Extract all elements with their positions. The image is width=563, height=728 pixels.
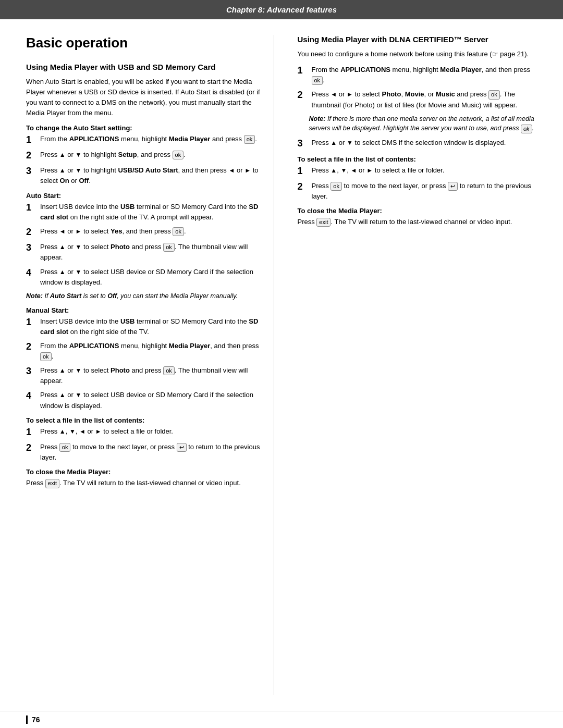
left-close-media-text: Press exit. The TV will return to the la…: [26, 478, 266, 488]
list-item: 3 Press ▲ or ▼ to highlight USB/SD Auto …: [26, 165, 266, 186]
step-number: 1: [298, 65, 309, 77]
step-number: 3: [298, 138, 309, 150]
right-column: Using Media Player with DLNA CERTIFIED™ …: [290, 35, 537, 695]
right-steps-list: 1 From the APPLICATIONS menu, highlight …: [298, 65, 537, 110]
step-number: 3: [26, 242, 38, 254]
step-content: From the APPLICATIONS menu, highlight Me…: [40, 134, 266, 144]
step-number: 4: [26, 267, 38, 279]
list-item: 4 Press ▲ or ▼ to select USB device or S…: [26, 390, 266, 411]
left-intro-text: When Auto Start is enabled, you will be …: [26, 77, 266, 119]
list-item: 4 Press ▲ or ▼ to select USB device or S…: [26, 267, 266, 288]
list-item: 2 Press ▲ or ▼ to highlight Setup, and p…: [26, 150, 266, 162]
content-area: Basic operation Using Media Player with …: [0, 19, 563, 711]
step-content: Press ▲, ▼, ◄ or ► to select a file or f…: [40, 426, 266, 437]
left-select-file-list: 1 Press ▲, ▼, ◄ or ► to select a file or…: [26, 426, 266, 463]
step-content: Press ▲ or ▼ to select USB device or SD …: [40, 267, 266, 288]
right-select-file-list: 1 Press ▲, ▼, ◄ or ► to select a file or…: [298, 165, 537, 202]
header-title: Chapter 8: Advanced features: [226, 5, 337, 14]
step-number: 3: [26, 365, 38, 377]
footer: 76: [0, 711, 563, 728]
right-step3-list: 3 Press ▲ or ▼ to select DMS if the sele…: [298, 138, 537, 150]
left-column: Basic operation Using Media Player with …: [26, 35, 274, 695]
step-content: From the APPLICATIONS menu, highlight Me…: [40, 341, 266, 362]
list-item: 1 Insert USB device into the USB termina…: [26, 202, 266, 223]
step-content: Insert USB device into the USB terminal …: [40, 316, 266, 337]
auto-start-list-2: 1 Insert USB device into the USB termina…: [26, 202, 266, 288]
note-auto-start: Note: If Auto Start is set to Off, you c…: [26, 291, 266, 301]
list-item: 1 Insert USB device into the USB termina…: [26, 316, 266, 337]
right-close-media-text: Press exit. The TV will return to the la…: [298, 217, 537, 227]
step-content: Insert USB device into the USB terminal …: [40, 202, 266, 223]
auto-start-label: Auto Start:: [26, 192, 266, 200]
step-number: 2: [26, 150, 38, 162]
left-close-media-heading: To close the Media Player:: [26, 468, 266, 476]
auto-start-change-list: 1 From the APPLICATIONS menu, highlight …: [26, 134, 266, 187]
step-content: From the APPLICATIONS menu, highlight Me…: [312, 65, 537, 85]
step-number: 4: [26, 390, 38, 402]
list-item: 2 Press ok to move to the next layer, or…: [26, 442, 266, 463]
list-item: 1 From the APPLICATIONS menu, highlight …: [298, 65, 537, 85]
right-section-title: Using Media Player with DLNA CERTIFIED™ …: [298, 35, 537, 44]
left-section-title: Using Media Player with USB and SD Memor…: [26, 63, 266, 71]
note-network: Note: If there is more than one media se…: [309, 114, 537, 134]
step-number: 3: [26, 165, 38, 177]
list-item: 2 Press ok to move to the next layer, or…: [298, 181, 537, 202]
step-content: Press ▲ or ▼ to select Photo and press o…: [40, 365, 266, 386]
step-content: Press ◄ or ► to select Photo, Movie, or …: [312, 89, 537, 110]
step-number: 2: [298, 89, 309, 101]
header-bar: Chapter 8: Advanced features: [0, 0, 563, 19]
manual-start-label: Manual Start:: [26, 306, 266, 314]
step-content: Press ▲ or ▼ to select Photo and press o…: [40, 242, 266, 263]
step-content: Press ▲ or ▼ to select DMS if the select…: [312, 138, 537, 148]
step-content: Press ok to move to the next layer, or p…: [312, 181, 537, 202]
page-number: 76: [26, 715, 40, 724]
list-item: 3 Press ▲ or ▼ to select DMS if the sele…: [298, 138, 537, 150]
step-content: Press ▲, ▼, ◄ or ► to select a file or f…: [312, 165, 537, 176]
left-select-file-heading: To select a file in the list of contents…: [26, 416, 266, 424]
step-number: 1: [26, 134, 38, 146]
list-item: 3 Press ▲ or ▼ to select Photo and press…: [26, 365, 266, 386]
step-content: Press ▲ or ▼ to select USB device or SD …: [40, 390, 266, 411]
list-item: 2 Press ◄ or ► to select Photo, Movie, o…: [298, 89, 537, 110]
right-intro-text: You need to configure a home network bef…: [298, 49, 537, 59]
step-number: 2: [26, 442, 38, 454]
step-content: Press ▲ or ▼ to highlight Setup, and pre…: [40, 150, 266, 160]
step-number: 1: [26, 316, 38, 328]
list-item: 1 From the APPLICATIONS menu, highlight …: [26, 134, 266, 146]
list-item: 2 From the APPLICATIONS menu, highlight …: [26, 341, 266, 362]
step-number: 2: [26, 341, 38, 353]
right-close-media-heading: To close the Media Player:: [298, 207, 537, 215]
page-title: Basic operation: [26, 35, 266, 51]
step-content: Press ◄ or ► to select Yes, and then pre…: [40, 226, 266, 237]
list-item: 1 Press ▲, ▼, ◄ or ► to select a file or…: [26, 426, 266, 438]
step-number: 1: [26, 426, 38, 438]
list-item: 3 Press ▲ or ▼ to select Photo and press…: [26, 242, 266, 263]
step-number: 2: [298, 181, 309, 193]
step-content: Press ▲ or ▼ to highlight USB/SD Auto St…: [40, 165, 266, 186]
step-content: Press ok to move to the next layer, or p…: [40, 442, 266, 463]
list-item: 1 Press ▲, ▼, ◄ or ► to select a file or…: [298, 165, 537, 177]
list-item: 2 Press ◄ or ► to select Yes, and then p…: [26, 226, 266, 238]
auto-start-change-heading: To change the Auto Start setting:: [26, 124, 266, 132]
page-container: Chapter 8: Advanced features Basic opera…: [0, 0, 563, 728]
step-number: 2: [26, 226, 38, 238]
step-number: 1: [298, 165, 309, 177]
right-select-file-heading: To select a file in the list of contents…: [298, 155, 537, 163]
manual-start-list: 1 Insert USB device into the USB termina…: [26, 316, 266, 411]
step-number: 1: [26, 202, 38, 214]
